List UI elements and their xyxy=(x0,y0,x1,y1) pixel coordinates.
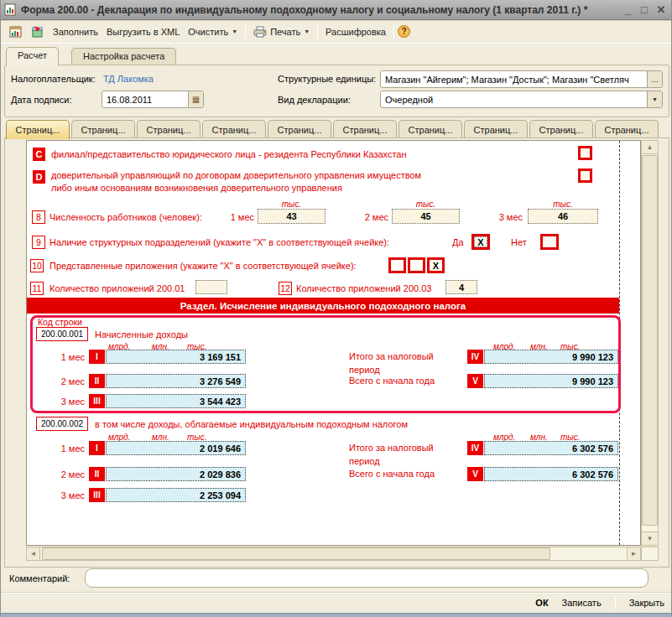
save-button[interactable]: Записать xyxy=(562,598,602,608)
app-window: Форма 200.00 - Декларация по индивидуаль… xyxy=(0,0,672,617)
group1-title: Начисленные доходы xyxy=(95,329,188,340)
group2-total1-field[interactable]: 6 302 576 xyxy=(484,441,618,455)
scroll-down-button[interactable]: ▼ xyxy=(641,531,659,546)
group2-month1-field[interactable]: 2 019 646 xyxy=(106,441,246,455)
clear-button[interactable]: Очистить ▼ xyxy=(184,24,242,39)
scroll-up-button[interactable]: ▲ xyxy=(641,140,659,154)
employees-month1-field[interactable]: 43 xyxy=(258,209,326,224)
appendix-200-03-count-field[interactable]: 4 xyxy=(445,280,477,294)
no-label: Нет xyxy=(511,237,527,247)
group1-total2-field[interactable]: 9 990 123 xyxy=(484,374,618,388)
row-9-label: Наличие структурных подразделений (укажи… xyxy=(49,237,389,247)
print-button[interactable]: Печать ▼ xyxy=(249,23,314,40)
group2-total1-label-line2: период xyxy=(349,456,380,466)
no-cell[interactable] xyxy=(540,234,559,250)
clear-label: Очистить xyxy=(188,27,228,37)
fill-button[interactable]: Заполнить xyxy=(49,24,102,39)
group2-total1-label-line1: Итого за налоговый xyxy=(349,443,434,453)
chevron-down-icon[interactable]: ▼ xyxy=(647,91,662,107)
employees-month3-field[interactable]: 46 xyxy=(528,209,598,224)
export-xml-button[interactable]: Выгрузить в XML xyxy=(102,24,184,39)
group2-title: в том числе доходы, облагаемые индивидуа… xyxy=(95,419,408,429)
decrypt-button[interactable]: Расшифровка xyxy=(321,24,390,39)
close-button[interactable]: ✕ xyxy=(653,3,669,18)
group1-total1-field[interactable]: 9 990 123 xyxy=(484,350,618,364)
maximize-button[interactable]: □ xyxy=(636,3,653,18)
close-form-button[interactable]: Закрыть xyxy=(629,598,664,608)
tab-calculation[interactable]: Расчет xyxy=(6,47,59,66)
page-tab-2[interactable]: Страниц... xyxy=(71,120,135,138)
month-label: 1 мес xyxy=(44,352,85,362)
month-label: 3 мес xyxy=(44,397,85,407)
group1-month2-field[interactable]: 3 276 549 xyxy=(106,374,246,388)
row-d-checkbox[interactable] xyxy=(578,169,592,183)
form-settings-button[interactable] xyxy=(5,23,27,41)
tab-calc-settings[interactable]: Настройка расчета xyxy=(71,48,176,66)
appendix-cell-2[interactable] xyxy=(408,257,425,273)
taxpayer-link[interactable]: ТД Лакомка xyxy=(103,74,154,84)
horizontal-scroll-thumb[interactable] xyxy=(42,547,550,560)
row-11-label: Количество приложений 200.01 xyxy=(49,283,185,293)
group2-month2-field[interactable]: 2 029 836 xyxy=(106,467,246,481)
row-c-checkbox[interactable] xyxy=(578,146,592,160)
toolbar: Заполнить Выгрузить в XML Очистить ▼ Печ… xyxy=(1,20,672,44)
page-tab-10[interactable]: Страниц... xyxy=(595,120,659,138)
group2-month3-field[interactable]: 2 253 094 xyxy=(106,488,246,502)
page-tab-8[interactable]: Страниц... xyxy=(464,120,528,138)
appendix-cell-1-mark xyxy=(391,260,404,271)
group1-code-box: 200.00.001 xyxy=(36,327,88,341)
page-tab-label: Страниц... xyxy=(343,125,388,135)
appendix-cell-2-mark xyxy=(410,260,423,271)
toolbar-separator xyxy=(245,24,246,39)
page-tab-6[interactable]: Страниц... xyxy=(333,120,397,138)
roman-badge-I: I xyxy=(89,350,105,364)
page-tab-7[interactable]: Страниц... xyxy=(399,120,462,138)
roman-badge-V: V xyxy=(467,374,483,388)
page-tab-4[interactable]: Страниц... xyxy=(202,120,266,138)
vertical-scroll-thumb[interactable] xyxy=(642,155,658,526)
group1-month3-field[interactable]: 3 544 423 xyxy=(106,394,246,408)
sign-date-value: 16.08.2011 xyxy=(102,95,188,105)
scroll-left-button[interactable]: ◄ xyxy=(26,547,40,561)
appendix-cell-1[interactable] xyxy=(388,257,406,273)
scroll-right-button[interactable]: ► xyxy=(627,547,641,561)
page-tab-label: Страниц... xyxy=(474,125,518,135)
report-form-icon xyxy=(4,3,17,16)
appendix-cell-3[interactable]: X xyxy=(427,257,445,273)
button-separator xyxy=(615,596,616,609)
appendix-200-01-count-field[interactable] xyxy=(195,280,227,294)
window-titlebar[interactable]: Форма 200.00 - Декларация по индивидуаль… xyxy=(1,0,672,20)
month-3-label: 3 мес xyxy=(482,212,523,222)
page-tab-label: Страниц... xyxy=(81,125,126,135)
printer-icon xyxy=(253,26,267,38)
group2-total2-field[interactable]: 6 302 576 xyxy=(484,467,618,481)
tab-calc-settings-label: Настройка расчета xyxy=(83,51,164,61)
employees-month2-field[interactable]: 45 xyxy=(392,209,460,224)
yes-cell[interactable]: X xyxy=(471,234,490,250)
group1-month1-field[interactable]: 3 169 151 xyxy=(106,350,246,364)
unit-ths-label: тыс. xyxy=(392,200,460,209)
roman-badge-I: I xyxy=(89,441,105,455)
sign-date-input[interactable]: 16.08.2011 ▦ xyxy=(102,91,204,108)
group1-total1-label-line1: Итого за налоговый xyxy=(349,351,434,361)
structural-units-input[interactable]: Магазин "Айгерим"; Магазин "Достык"; Маг… xyxy=(380,70,663,88)
structural-units-label: Структурные единицы: xyxy=(278,74,376,84)
page-tab-9[interactable]: Страниц... xyxy=(529,120,593,138)
ellipsis-button[interactable]: ... xyxy=(647,71,662,87)
minimize-button[interactable]: _ xyxy=(619,3,636,18)
comment-input[interactable] xyxy=(85,568,649,588)
decrypt-label: Расшифровка xyxy=(326,27,386,37)
row-d-badge: D xyxy=(33,170,45,184)
calendar-icon[interactable]: ▦ xyxy=(188,91,203,107)
help-button[interactable]: ? xyxy=(398,25,410,38)
code-column-label: Код строки xyxy=(38,317,82,327)
roman-badge-II: II xyxy=(89,467,105,481)
page-tab-3[interactable]: Страниц... xyxy=(137,120,201,138)
restore-settings-button[interactable] xyxy=(27,23,49,41)
declaration-type-select[interactable]: Очередной ▼ xyxy=(380,91,663,108)
page-tab-5[interactable]: Страниц... xyxy=(268,120,331,138)
ok-button[interactable]: ОК xyxy=(535,598,548,608)
row-12-label: Количество приложений 200.03 xyxy=(296,283,431,293)
page-tab-1[interactable]: Страниц... xyxy=(6,120,70,139)
toolbar-separator xyxy=(393,24,394,39)
